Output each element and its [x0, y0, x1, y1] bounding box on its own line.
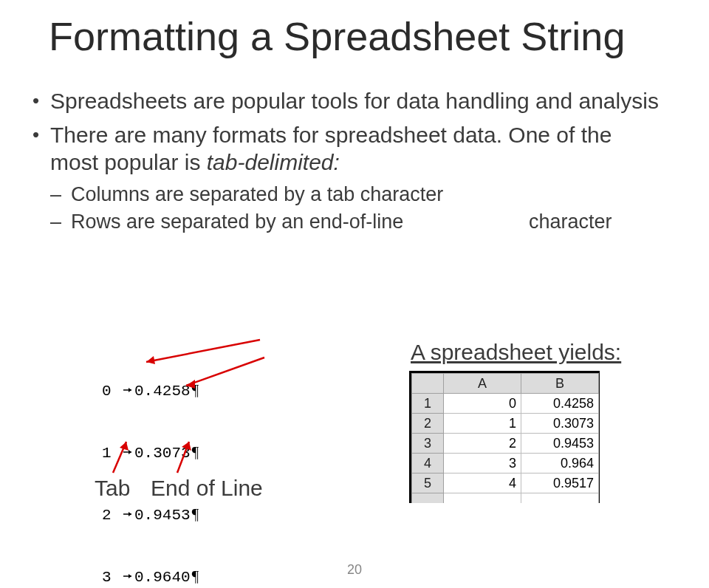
bullet-1: Spreadsheets are popular tools for data …	[32, 87, 660, 115]
cell: 0.9453	[521, 434, 599, 454]
table-row: 100.4258	[412, 394, 599, 414]
cell: 4	[444, 474, 521, 493]
row-index: 0	[102, 381, 118, 402]
cell: 0.964	[521, 454, 599, 474]
svg-marker-1	[129, 388, 131, 392]
table-row-cut	[412, 493, 599, 504]
pilcrow-icon: ¶	[192, 380, 199, 400]
row-index: 1	[102, 443, 118, 464]
row-index: 2	[102, 505, 118, 526]
row-header: 1	[412, 394, 444, 414]
col-b-header: B	[521, 374, 599, 394]
cell: 0.4258	[521, 394, 599, 414]
sub-bullet-1: Columns are separated by a tab character	[50, 182, 660, 208]
tab-row: 20.9453¶	[102, 504, 199, 524]
col-a-header: A	[444, 374, 521, 394]
cell: 1	[444, 414, 521, 434]
table-row: 540.9517	[412, 474, 599, 493]
row-value: 0.9453	[134, 505, 191, 526]
sub-bullet-2b: character	[529, 210, 612, 235]
sub-bullet-2: Rows are separated by an end-of-line cha…	[50, 210, 660, 235]
tab-row: 00.4258¶	[102, 380, 199, 400]
cell: 2	[444, 434, 521, 454]
tab-char-icon	[123, 505, 133, 525]
row-header: 2	[412, 414, 444, 434]
cell: 0.9517	[521, 474, 599, 493]
sheet-corner	[412, 374, 444, 394]
eol-label: End of Line	[151, 476, 263, 501]
table-row: 210.3073	[412, 414, 599, 434]
row-value: 0.3073	[134, 443, 191, 464]
pilcrow-icon: ¶	[192, 504, 199, 524]
tab-label: Tab	[95, 476, 130, 501]
row-value: 0.4258	[134, 381, 191, 402]
pilcrow-icon: ¶	[192, 442, 199, 462]
spreadsheet-figure: A B 100.4258 210.3073 320.9453 430.964 5…	[409, 371, 600, 503]
table-row: 320.9453	[412, 434, 599, 454]
row-header: 3	[412, 434, 444, 454]
slide-title: Formatting a Spreadsheet String	[49, 13, 625, 59]
table-row: 430.964	[412, 454, 599, 474]
svg-marker-3	[129, 450, 131, 454]
cell: 3	[444, 454, 521, 474]
page-number: 20	[0, 562, 709, 578]
tab-row: 10.3073¶	[102, 442, 199, 462]
spreadsheet-table: A B 100.4258 210.3073 320.9453 430.964 5…	[411, 373, 599, 503]
tab-char-icon	[123, 380, 133, 401]
bullet-2: There are many formats for spreadsheet d…	[32, 121, 660, 177]
cell: 0	[444, 394, 521, 414]
row-header: 4	[412, 454, 444, 474]
tab-delimited-figure: 00.4258¶ 10.3073¶ 20.9453¶ 30.9640¶ 40.9…	[102, 338, 199, 588]
row-header: 5	[412, 474, 444, 493]
bullet-2-italic: tab-delimited:	[207, 150, 340, 174]
yields-label: A spreadsheet yields:	[411, 340, 621, 365]
sub-bullet-2a: Rows are separated by an end-of-line	[71, 211, 403, 233]
svg-marker-5	[129, 512, 131, 516]
bullet-list: Spreadsheets are popular tools for data …	[32, 87, 660, 238]
cell: 0.3073	[521, 414, 599, 434]
tab-char-icon	[123, 442, 133, 463]
